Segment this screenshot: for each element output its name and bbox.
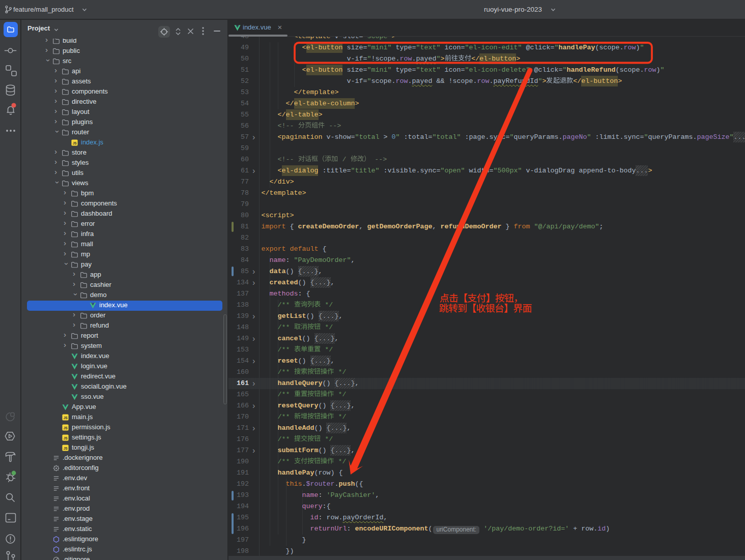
svg-text:JS: JS: [64, 447, 68, 450]
svg-text:JS: JS: [64, 416, 68, 420]
svg-text:JS: JS: [64, 426, 68, 430]
svg-text:JS: JS: [73, 141, 77, 145]
svg-text:JS: JS: [64, 436, 68, 440]
